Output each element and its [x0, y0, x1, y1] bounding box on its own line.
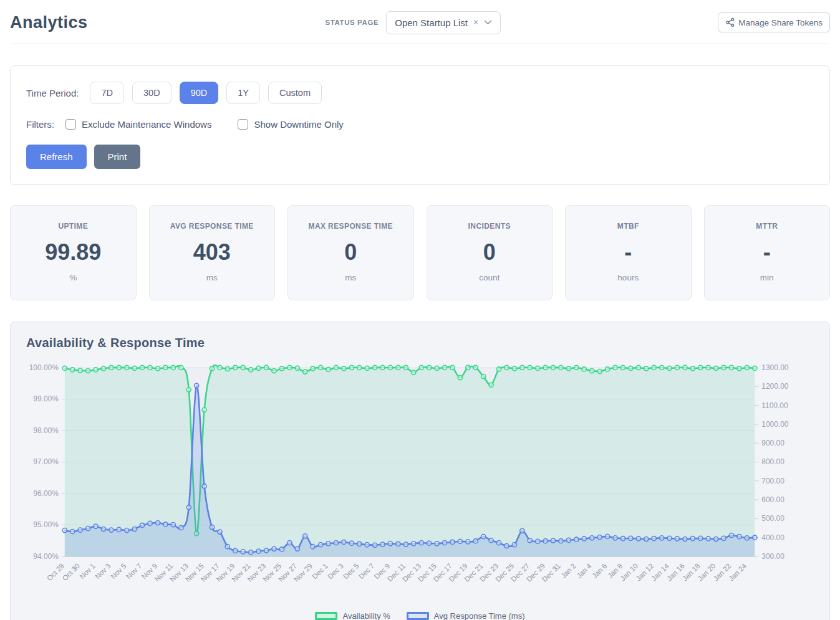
refresh-button[interactable]: Refresh [26, 145, 87, 169]
time-period-label: Time Period: [26, 88, 79, 98]
stat-unit: % [17, 273, 130, 282]
time-period-row: Time Period: 7D 30D 90D 1Y Custom [26, 82, 814, 104]
stat-label: INCIDENTS [433, 222, 546, 231]
svg-text:1000.00: 1000.00 [761, 420, 789, 429]
time-period-30d-button[interactable]: 30D [132, 82, 171, 104]
stat-unit: hours [572, 273, 685, 282]
header: Analytics STATUS PAGE Open Startup List … [10, 7, 830, 37]
stat-value: - [711, 239, 824, 265]
svg-text:99.00%: 99.00% [33, 394, 59, 403]
stat-unit: ms [156, 273, 269, 282]
stat-label: AVG RESPONSE TIME [156, 222, 269, 231]
stat-value: - [572, 239, 685, 265]
svg-text:500.00: 500.00 [761, 514, 784, 523]
chart-title: Availability & Response Time [26, 336, 814, 350]
svg-text:Jan 24: Jan 24 [727, 561, 748, 582]
svg-text:1300.00: 1300.00 [761, 363, 789, 372]
svg-text:95.00%: 95.00% [33, 520, 59, 529]
svg-text:900.00: 900.00 [761, 439, 784, 447]
header-divider [10, 44, 830, 44]
stat-value: 99.89 [17, 239, 130, 265]
stat-card-mttr: MTTR - min [704, 205, 831, 300]
svg-text:Jan 4: Jan 4 [575, 561, 593, 579]
svg-text:800.00: 800.00 [761, 457, 784, 466]
status-page-selected-value: Open Startup List [395, 17, 468, 28]
availability-response-chart[interactable]: 94.00%95.00%96.00%97.00%98.00%99.00%100.… [26, 359, 814, 610]
svg-text:Dec 5: Dec 5 [342, 562, 360, 581]
page-title: Analytics [10, 13, 88, 32]
svg-text:Oct 30: Oct 30 [61, 562, 81, 582]
svg-text:Dec 7: Dec 7 [357, 562, 376, 581]
svg-text:Dec 3: Dec 3 [326, 562, 345, 581]
svg-text:Jan 2: Jan 2 [559, 562, 577, 579]
stat-label: UPTIME [17, 222, 130, 231]
exclude-maintenance-checkbox[interactable]: Exclude Maintenance Windows [65, 119, 211, 130]
show-downtime-label: Show Downtime Only [254, 119, 343, 130]
time-period-1y-button[interactable]: 1Y [226, 82, 260, 104]
svg-text:Nov 5: Nov 5 [109, 562, 128, 581]
svg-text:Nov 7: Nov 7 [125, 562, 143, 581]
svg-text:600.00: 600.00 [761, 495, 784, 504]
show-downtime-checkbox[interactable]: Show Downtime Only [238, 119, 343, 130]
stat-value: 0 [294, 239, 407, 265]
print-button[interactable]: Print [94, 145, 141, 169]
stat-label: MAX RESPONSE TIME [294, 222, 407, 231]
time-period-90d-button[interactable]: 90D [180, 82, 219, 104]
svg-text:Dec 1: Dec 1 [311, 562, 329, 581]
svg-text:Jan 6: Jan 6 [591, 562, 608, 579]
legend-label: Avg Response Time (ms) [434, 611, 525, 620]
svg-text:300.00: 300.00 [761, 552, 784, 561]
stat-unit: ms [294, 273, 407, 282]
stat-card-avg-response: AVG RESPONSE TIME 403 ms [149, 205, 276, 300]
stat-card-incidents: INCIDENTS 0 count [427, 205, 553, 300]
svg-text:1100.00: 1100.00 [761, 401, 788, 410]
svg-text:98.00%: 98.00% [33, 426, 59, 435]
stat-unit: min [711, 273, 824, 282]
actions-row: Refresh Print [26, 145, 814, 169]
svg-text:400.00: 400.00 [761, 533, 784, 542]
status-page-selector-group: STATUS PAGE Open Startup List ✕ [325, 11, 501, 34]
filter-panel: Time Period: 7D 30D 90D 1Y Custom Filter… [10, 65, 830, 185]
legend-label: Availability % [342, 611, 390, 620]
svg-text:Nov 1: Nov 1 [78, 562, 97, 581]
availability-chart-panel: Availability & Response Time 94.00%95.00… [10, 322, 830, 620]
svg-text:Nov 3: Nov 3 [94, 562, 112, 581]
stats-row: UPTIME 99.89 % AVG RESPONSE TIME 403 ms … [10, 205, 830, 300]
svg-text:96.00%: 96.00% [33, 489, 59, 498]
legend-item-availability: Availability % [315, 611, 390, 620]
manage-share-tokens-label: Manage Share Tokens [738, 18, 823, 27]
svg-text:97.00%: 97.00% [33, 457, 59, 466]
exclude-maintenance-label: Exclude Maintenance Windows [82, 119, 211, 130]
stat-card-max-response: MAX RESPONSE TIME 0 ms [287, 205, 414, 300]
filters-label: Filters: [26, 119, 54, 130]
svg-text:1200.00: 1200.00 [761, 382, 789, 391]
legend-item-response-time: Avg Response Time (ms) [407, 611, 525, 620]
availability-swatch-icon [315, 612, 337, 620]
svg-text:94.00%: 94.00% [33, 552, 59, 561]
manage-share-tokens-button[interactable]: Manage Share Tokens [718, 12, 830, 32]
stat-value: 403 [156, 239, 269, 265]
time-period-custom-button[interactable]: Custom [268, 82, 322, 104]
share-icon [725, 17, 735, 27]
status-page-select[interactable]: Open Startup List ✕ [386, 11, 501, 34]
stat-label: MTBF [572, 222, 685, 231]
svg-text:700.00: 700.00 [761, 477, 784, 485]
stat-value: 0 [433, 239, 546, 265]
time-period-7d-button[interactable]: 7D [90, 82, 124, 104]
status-page-label: STATUS PAGE [325, 19, 379, 26]
chart-legend: Availability % Avg Response Time (ms) [26, 611, 814, 620]
clear-selection-icon[interactable]: ✕ [473, 19, 479, 26]
chevron-down-icon [484, 20, 492, 25]
svg-text:100.00%: 100.00% [29, 363, 59, 372]
checkbox-icon[interactable] [65, 119, 76, 130]
checkbox-icon[interactable] [238, 119, 248, 130]
stat-label: MTTR [711, 222, 824, 231]
stat-card-uptime: UPTIME 99.89 % [10, 205, 137, 300]
chart-canvas[interactable]: 94.00%95.00%96.00%97.00%98.00%99.00%100.… [26, 359, 814, 610]
filters-row: Filters: Exclude Maintenance Windows Sho… [26, 119, 814, 130]
stat-unit: count [433, 273, 546, 282]
response-time-swatch-icon [407, 612, 429, 620]
stat-card-mtbf: MTBF - hours [565, 205, 692, 300]
